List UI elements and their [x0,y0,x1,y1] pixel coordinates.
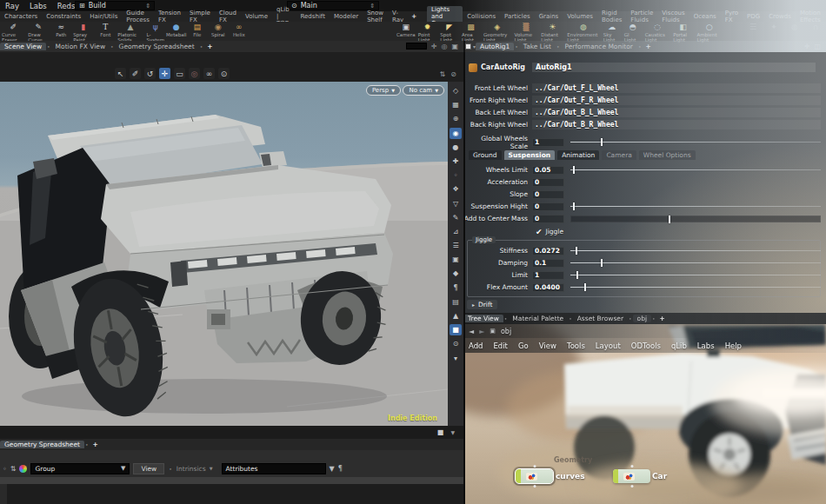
layout-single-icon[interactable]: ⇅ [440,70,446,78]
pane-tab-asset-browser[interactable]: Asset Browser [573,315,628,322]
folder-tab-camera[interactable]: Camera [602,150,636,160]
menu-labs[interactable]: Labs [692,342,720,350]
forward-arrow-icon[interactable]: ► [479,328,484,335]
pane-tab-material-palette[interactable]: Material Palette [508,315,568,322]
location-pin-icon[interactable]: ■ [450,324,462,335]
view-tool-icon[interactable]: ↺ [144,68,156,79]
jiggle-checkbox[interactable]: ✔ [536,228,543,236]
back-left-wheel-path-field[interactable]: ../Car/Out_B_L_Wheel [532,108,821,117]
shelf-tool-spiral[interactable]: ◉ Spiral [208,22,229,38]
slider-handle[interactable] [584,283,586,291]
node-name-field[interactable]: AutoRig1 [532,63,816,72]
shelf-tab-crowds[interactable]: Crowds [764,13,796,20]
frame-field[interactable] [406,43,427,50]
shelf-tab-particles[interactable]: Particles [500,13,535,20]
normals-icon[interactable]: ◦ [450,169,462,181]
box-select-icon[interactable]: ▭ [174,68,185,79]
pane-divider[interactable] [463,41,465,504]
shelf-tool-ghost[interactable]: ☰ [743,22,763,32]
shelf-tool-file[interactable]: ▤ File [187,22,208,38]
add-shelf-tab-button[interactable]: + [408,13,420,20]
chevron-down-icon[interactable]: ▼ [450,429,455,435]
front-right-wheel-path-field[interactable]: ../Car/Out_F_R_Wheel [532,96,821,105]
view-mode-icon[interactable]: ◇ [450,85,462,96]
node-output-connector[interactable] [533,485,536,487]
split-pane-icon[interactable]: ▣ [451,43,458,50]
add-pane-tab-button[interactable]: + [90,441,102,448]
shelf-tool-ghost[interactable]: ✦ [763,22,784,32]
filter-funnel-icon[interactable]: ▼ [121,465,125,472]
slider-handle[interactable] [576,271,578,279]
profile-icon[interactable]: ▽ [450,198,462,209]
node-curves[interactable] [516,469,553,483]
add-to-center-mass-slider[interactable] [570,216,821,222]
shelf-tab-grains[interactable]: Grains [535,13,563,20]
pane-tab-motion-fx-view[interactable]: Motion FX View [51,43,110,50]
color-wheel-icon[interactable] [19,465,27,473]
pane-tab-tree-view[interactable]: Tree View [463,315,503,322]
add-marker-icon[interactable]: ✚ [450,156,462,167]
drift-group-header[interactable]: ▸ Drift [467,300,497,309]
cone-icon[interactable]: ▲ [450,310,462,322]
camera-lock-icon[interactable]: ▣ [450,254,462,265]
move-tool-icon[interactable]: ✛ [159,68,170,79]
shelf-tool-metaball[interactable]: ● Metaball [166,22,187,38]
camera-view-icon[interactable]: ⊙ [218,68,230,79]
info-icon[interactable]: ⊙ [450,338,462,349]
add-pane-tab-button[interactable]: + [642,43,654,50]
suspension-height-slider[interactable] [570,206,821,207]
shelf-tab-oceans[interactable]: Oceans [689,13,721,20]
color-swatch[interactable] [465,43,471,50]
expand-icon[interactable]: ▾ [450,353,462,364]
slope-field[interactable]: 0 [532,190,564,199]
show-text-icon[interactable]: ¶ [338,465,343,473]
display-options-icon[interactable]: ⊘ [450,70,456,78]
perspective-view-selector[interactable]: Persp ▼ [366,85,401,96]
template-icon[interactable]: ▤ [450,296,462,308]
group-filter-field[interactable]: Group ▼ [30,463,130,474]
suspension-height-field[interactable]: 0 [532,202,564,211]
menu-go[interactable]: Go [513,342,534,350]
add-pane-tab-button[interactable]: + [656,315,669,322]
snap-mode-icon[interactable]: ∞ [203,68,215,79]
damping-field[interactable]: 0.1 [532,259,564,268]
global-wheels-scale-slider[interactable] [570,142,821,143]
node-flag-stripe[interactable] [613,469,618,483]
pane-tab-take-list[interactable]: Take List [519,43,556,50]
shelf-tab-constraints[interactable]: Constraints [42,13,85,20]
show-grid-icon[interactable]: ▦ [450,99,462,110]
shelf-tool-ghost[interactable]: ◍ [784,22,805,32]
pane-tab-obj[interactable]: obj [633,315,651,322]
shelf-tab-volumes[interactable]: Volumes [563,13,597,20]
list-icon[interactable]: ☰ [450,240,462,251]
node-flag-stripe[interactable] [516,469,521,483]
shelf-tab-redshift[interactable]: Redshift [296,13,330,20]
node-input-connector[interactable] [533,465,536,468]
menu-layout[interactable]: Layout [590,342,626,350]
menu-help[interactable]: Help [720,342,747,350]
back-right-wheel-path-field[interactable]: ../Car/Out_B_R_Wheel [532,120,821,129]
vertex-icon[interactable]: ❖ [450,183,462,195]
shelf-tab-characters[interactable]: Characters [0,13,42,20]
add-to-center-mass-field[interactable]: 0 [532,215,564,223]
folder-tab-wheel-options[interactable]: Wheel Options [639,150,696,160]
sort-icon[interactable]: ⇅ [10,465,17,473]
folder-tab-ground[interactable]: Ground [469,150,502,160]
filter-funnel-icon[interactable]: ▼ [330,465,335,473]
pane-tab-performance-monitor[interactable]: Performance Monitor [560,43,636,50]
flex-amount-field[interactable]: 0.0400 [532,283,564,292]
slider-handle[interactable] [576,247,577,255]
pin-icon[interactable]: ◦ [3,465,7,473]
flex-amount-slider[interactable] [570,287,821,288]
pin-pane-icon[interactable]: ✛ [431,43,437,50]
breadcrumb[interactable]: obj [501,328,511,335]
view-mode-button[interactable]: View [133,463,164,474]
menu-edit[interactable]: Edit [488,342,512,350]
point-display-icon[interactable]: ● [450,142,462,153]
shaded-mode-icon[interactable]: ◉ [450,128,462,139]
shelf-tool-helix[interactable]: ∞ Helix [229,22,250,38]
angle-snap-icon[interactable]: ⊿ [450,226,462,237]
shelf-tool-ghost[interactable]: ∩ [805,22,826,32]
global-wheels-scale-field[interactable]: 1 [532,138,564,147]
limit-slider[interactable] [570,275,821,275]
